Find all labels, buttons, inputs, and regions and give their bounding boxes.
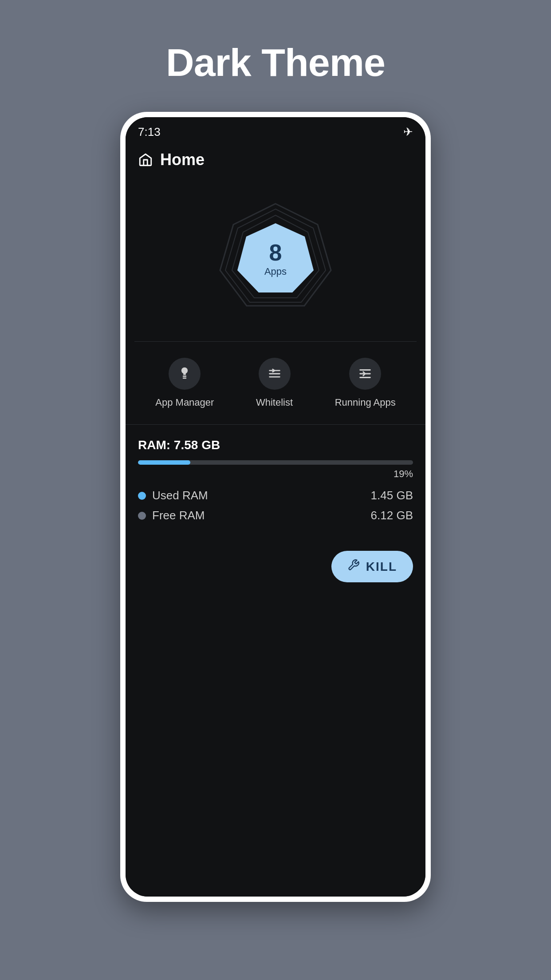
- kill-button[interactable]: KILL: [331, 551, 413, 582]
- ram-section: RAM: 7.58 GB 19% Used RAM 1.45 GB: [126, 425, 425, 542]
- action-app-manager[interactable]: App Manager: [155, 358, 214, 408]
- used-ram-row: Used RAM 1.45 GB: [138, 489, 413, 502]
- used-ram-dot: [138, 492, 146, 500]
- status-icons: ✈: [403, 125, 413, 139]
- ram-bar-fill: [138, 460, 190, 465]
- hexagon-section[interactable]: 8 Apps: [126, 177, 425, 341]
- action-running-apps[interactable]: Running Apps: [335, 358, 396, 408]
- free-ram-row: Free RAM 6.12 GB: [138, 509, 413, 522]
- whitelist-icon-circle: [259, 358, 291, 390]
- free-ram-left: Free RAM: [138, 509, 205, 522]
- phone-screen: 7:13 ✈ Home: [126, 117, 425, 897]
- apps-label: Apps: [264, 266, 287, 277]
- app-manager-icon-circle: [169, 358, 201, 390]
- kill-label: KILL: [366, 560, 397, 574]
- app-bar: Home: [126, 142, 425, 177]
- running-apps-icon-circle: [349, 358, 381, 390]
- free-ram-label: Free RAM: [152, 509, 205, 522]
- svg-rect-5: [183, 375, 187, 377]
- status-time: 7:13: [138, 125, 161, 139]
- running-apps-label: Running Apps: [335, 397, 396, 408]
- status-bar: 7:13 ✈: [126, 117, 425, 142]
- hex-container: 8 Apps: [218, 199, 333, 315]
- quick-actions: App Manager Whitelist: [126, 342, 425, 424]
- used-ram-label: Used RAM: [152, 489, 208, 502]
- kill-section: KILL: [126, 542, 425, 596]
- whitelist-label: Whitelist: [256, 397, 293, 408]
- whitelist-icon: [267, 366, 282, 381]
- app-manager-icon: [177, 366, 192, 381]
- kill-icon: [347, 559, 360, 574]
- phone-wrapper: 7:13 ✈ Home: [120, 112, 431, 902]
- apps-count: 8: [269, 241, 282, 264]
- ram-title: RAM: 7.58 GB: [138, 438, 413, 452]
- free-ram-value: 6.12 GB: [371, 509, 413, 522]
- airplane-icon: ✈: [403, 125, 413, 139]
- ram-percent-label: 19%: [138, 468, 413, 480]
- page-title: Dark Theme: [166, 40, 385, 85]
- running-apps-icon: [358, 366, 373, 381]
- ram-bar-container: [138, 460, 413, 465]
- main-content: 8 Apps: [126, 177, 425, 897]
- free-ram-dot: [138, 512, 146, 520]
- used-ram-value: 1.45 GB: [371, 489, 413, 502]
- action-whitelist[interactable]: Whitelist: [256, 358, 293, 408]
- app-manager-label: App Manager: [155, 397, 214, 408]
- svg-rect-6: [183, 378, 187, 379]
- hex-center-content: 8 Apps: [264, 241, 287, 277]
- home-icon: [138, 152, 153, 167]
- app-bar-title: Home: [160, 150, 205, 169]
- used-ram-left: Used RAM: [138, 489, 208, 502]
